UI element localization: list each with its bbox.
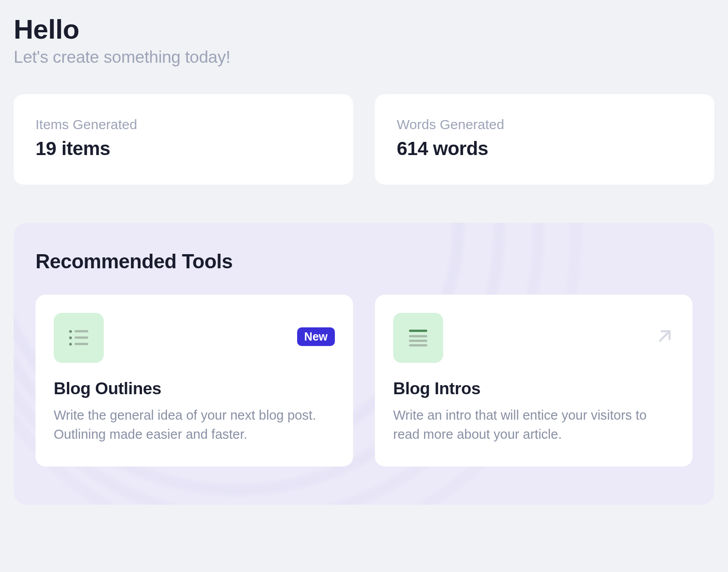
tools-grid: New Blog Outlines Write the general idea… [35, 295, 693, 467]
svg-rect-5 [75, 343, 88, 345]
tool-title: Blog Outlines [54, 379, 335, 398]
svg-rect-8 [409, 340, 427, 342]
svg-line-10 [660, 331, 670, 341]
svg-point-0 [69, 330, 72, 333]
svg-rect-9 [409, 344, 427, 346]
tool-card-blog-intros[interactable]: Blog Intros Write an intro that will ent… [375, 295, 693, 467]
recommended-tools-section: Recommended Tools New Blog Outlines Wr [14, 223, 714, 505]
tool-card-header [393, 313, 674, 363]
arrow-up-right-icon [655, 326, 674, 347]
greeting-title: Hello [14, 14, 714, 45]
svg-point-2 [69, 336, 72, 339]
stat-label: Words Generated [397, 117, 693, 132]
svg-rect-6 [409, 330, 427, 332]
stat-card-words: Words Generated 614 words [375, 94, 714, 185]
svg-rect-1 [75, 330, 88, 332]
new-badge: New [297, 327, 335, 346]
recommended-tools-heading: Recommended Tools [35, 250, 693, 273]
greeting-subtitle: Let's create something today! [14, 48, 714, 67]
svg-rect-7 [409, 335, 427, 337]
stat-value: 614 words [397, 138, 693, 160]
stats-row: Items Generated 19 items Words Generated… [14, 94, 714, 185]
tool-description: Write an intro that will entice your vis… [393, 406, 674, 444]
tool-title: Blog Intros [393, 379, 674, 398]
tool-description: Write the general idea of your next blog… [54, 406, 335, 444]
tool-card-blog-outlines[interactable]: New Blog Outlines Write the general idea… [35, 295, 353, 467]
greeting-block: Hello Let's create something today! [14, 14, 714, 67]
stat-value: 19 items [35, 138, 331, 160]
svg-point-4 [69, 343, 72, 346]
list-icon [54, 313, 104, 363]
svg-rect-3 [75, 336, 88, 339]
stat-card-items: Items Generated 19 items [14, 94, 353, 185]
stat-label: Items Generated [35, 117, 331, 132]
tool-card-header: New [54, 313, 335, 363]
paragraph-icon [393, 313, 443, 363]
